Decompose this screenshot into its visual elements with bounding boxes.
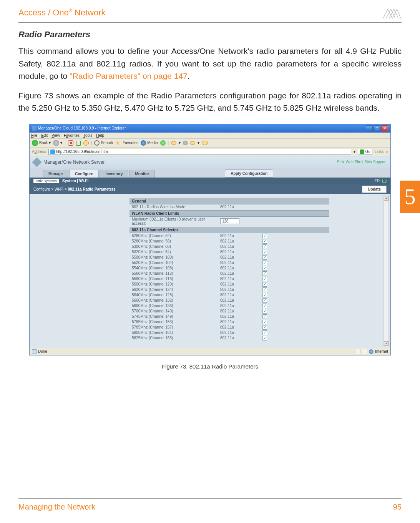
tab-configure[interactable]: Configure <box>69 170 99 178</box>
close-button[interactable]: × <box>381 125 388 131</box>
page-header: Access / One® Network <box>0 0 420 22</box>
channel-checkbox[interactable]: ✓ <box>262 330 267 335</box>
channel-checkbox[interactable]: ✓ <box>262 250 267 254</box>
channel-label: 5320Mhz (Channel 64) <box>132 250 220 254</box>
menu-view[interactable]: View <box>51 133 60 138</box>
channel-label: 5805Mhz (Channel 161) <box>132 330 220 335</box>
statusbar-left: Done <box>32 349 47 354</box>
channel-checkbox[interactable]: ✓ <box>262 244 267 249</box>
channel-checkbox-wrap: ✓ <box>262 255 274 260</box>
go-button[interactable]: Go <box>358 149 372 155</box>
menu-tools[interactable]: Tools <box>83 133 92 138</box>
update-button[interactable]: Update <box>362 186 387 193</box>
channel-label: 5540Mhz (Channel 108) <box>132 266 220 270</box>
channel-checkbox[interactable]: ✓ <box>262 298 267 303</box>
channel-checkbox-wrap: ✓ <box>262 320 274 324</box>
stop-icon[interactable] <box>68 140 73 146</box>
channel-checkbox[interactable]: ✓ <box>262 234 267 238</box>
minimize-button[interactable]: _ <box>366 125 373 131</box>
scrollbar[interactable]: ▴ ▾ <box>383 196 389 346</box>
toolbar-sep-3: | <box>168 141 169 145</box>
edit-icon[interactable] <box>190 141 195 145</box>
maximize-button[interactable]: □ <box>374 125 380 131</box>
addressbar: Address http://192.168.0.9/nc/main.htm ▾… <box>30 148 390 156</box>
scroll-up-icon[interactable]: ▴ <box>384 196 388 201</box>
toolbar: Back ▾ ▾ | | Search ★ Favorites <box>30 139 390 148</box>
subnav-refresh-icon[interactable] <box>382 179 387 183</box>
breadcrumb-current: 802.11a Radio Parameters <box>68 187 115 191</box>
search-button[interactable]: Search <box>94 140 113 146</box>
home-icon[interactable] <box>83 140 89 146</box>
page-content: Radio Parameters This command allows you… <box>0 30 420 370</box>
channel-mode: 802.11a <box>220 309 262 313</box>
channel-checkbox-wrap: ✓ <box>262 304 274 308</box>
channel-label: 5520Mhz (Channel 104) <box>132 261 220 265</box>
status-text: Done <box>38 349 47 354</box>
channel-checkbox[interactable]: ✓ <box>262 304 267 308</box>
channel-checkbox[interactable]: ✓ <box>262 266 267 271</box>
address-input[interactable]: http://192.168.0.9/nc/main.htm <box>48 149 351 155</box>
tab-inventory[interactable]: Inventory <box>100 170 128 178</box>
address-dropdown[interactable]: ▾ <box>354 149 355 154</box>
subnav-pill[interactable]: Strix Systems <box>33 179 59 183</box>
menu-file[interactable]: File <box>31 133 37 138</box>
edit-dropdown[interactable]: ▾ <box>198 141 199 145</box>
favorites-button[interactable]: ★ Favorites <box>115 140 138 146</box>
menu-help-label: elp <box>99 133 104 138</box>
menu-help[interactable]: Help <box>96 133 104 138</box>
channel-row: 5765Mhz (Channel 153)802.11a✓ <box>129 319 329 325</box>
channel-checkbox[interactable]: ✓ <box>262 336 267 340</box>
channel-mode: 802.11a <box>220 336 262 340</box>
links-label[interactable]: Links <box>375 149 383 154</box>
channel-row: 5640Mhz (Channel 128)802.11a✓ <box>129 292 329 298</box>
window-titlebar: Manager/One Cloud 192.168.0.9 - Internet… <box>30 124 390 133</box>
links-chevron[interactable]: » <box>386 149 388 154</box>
address-label: Address <box>32 149 46 154</box>
forward-button[interactable]: ▾ <box>53 140 62 146</box>
channel-checkbox[interactable]: ✓ <box>262 309 267 314</box>
channel-checkbox[interactable]: ✓ <box>262 282 267 287</box>
channel-checkbox-wrap: ✓ <box>262 250 274 254</box>
scroll-down-icon[interactable]: ▾ <box>384 341 388 346</box>
folder-icon[interactable] <box>202 141 208 145</box>
radio-parameters-link[interactable]: "Radio Parameters" on page 147 <box>70 71 188 80</box>
channel-label: 5560Mhz (Channel 112) <box>132 271 220 276</box>
channel-checkbox[interactable]: ✓ <box>262 239 267 244</box>
menu-tools-label: ools <box>85 133 92 138</box>
channel-checkbox[interactable]: ✓ <box>262 287 267 292</box>
menu-edit[interactable]: Edit <box>41 133 48 138</box>
app-header-links[interactable]: Strix Web Site | Strix Support <box>337 160 387 164</box>
max-clients-input[interactable] <box>220 218 239 224</box>
channel-label: 5260Mhz (Channel 52) <box>132 234 220 238</box>
tab-manage[interactable]: Manage <box>43 170 68 178</box>
page-footer: Managing the Network 95 <box>18 498 402 511</box>
mail-icon[interactable] <box>171 141 176 145</box>
tab-monitor[interactable]: Monitor <box>129 170 155 178</box>
channel-checkbox[interactable]: ✓ <box>262 293 267 297</box>
menu-favorites[interactable]: Favorites <box>64 133 80 138</box>
channel-mode: 802.11a <box>220 314 262 319</box>
channel-checkbox[interactable]: ✓ <box>262 320 267 324</box>
general-mode-row: 802.11a Radios Wireless Mode: 802.11a <box>129 204 329 209</box>
channel-checkbox[interactable]: ✓ <box>262 255 267 260</box>
history-icon[interactable] <box>160 140 166 146</box>
channel-checkbox-wrap: ✓ <box>262 309 274 314</box>
apply-configuration-button[interactable]: Apply Configuration <box>225 169 273 178</box>
channel-checkbox-wrap: ✓ <box>262 271 274 276</box>
mail-dropdown[interactable]: ▾ <box>179 141 181 145</box>
channel-row: 5520Mhz (Channel 104)802.11a✓ <box>129 260 329 266</box>
channel-checkbox[interactable]: ✓ <box>262 314 267 319</box>
media-button[interactable]: Media <box>141 140 158 146</box>
refresh-icon[interactable] <box>76 140 81 146</box>
app-header-left: Manager/One Network Server <box>33 159 105 166</box>
channel-checkbox-wrap: ✓ <box>262 325 274 330</box>
subnav-links[interactable]: System | Wi-Fi <box>62 179 88 183</box>
channel-checkbox[interactable]: ✓ <box>262 325 267 330</box>
print-icon[interactable] <box>183 141 188 145</box>
channel-checkbox[interactable]: ✓ <box>262 277 267 281</box>
back-dropdown: ▾ <box>49 141 51 145</box>
channel-checkbox[interactable]: ✓ <box>262 271 267 276</box>
back-button[interactable]: Back ▾ <box>32 140 51 146</box>
subnav-right: FD <box>375 179 387 183</box>
channel-checkbox[interactable]: ✓ <box>262 261 267 265</box>
